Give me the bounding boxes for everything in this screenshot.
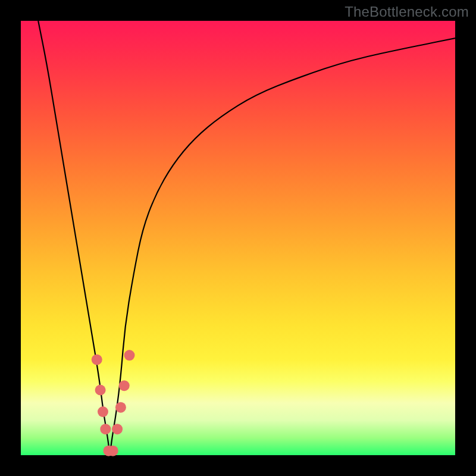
dot-right-2	[115, 402, 126, 413]
dot-right-3	[119, 380, 130, 391]
dot-left-1	[92, 354, 102, 365]
watermark-text: TheBottleneck.com	[345, 4, 469, 20]
plot-area	[21, 21, 455, 455]
chart-frame: TheBottleneck.com	[0, 0, 476, 476]
dot-right-1	[112, 424, 123, 434]
curve-layer	[21, 21, 455, 455]
dot-right-4	[124, 350, 135, 361]
dot-left-4	[100, 424, 111, 434]
dot-left-3	[98, 406, 108, 417]
curve-markers	[92, 350, 135, 456]
dot-left-2	[95, 385, 106, 396]
dot-bottom-2	[108, 446, 118, 456]
